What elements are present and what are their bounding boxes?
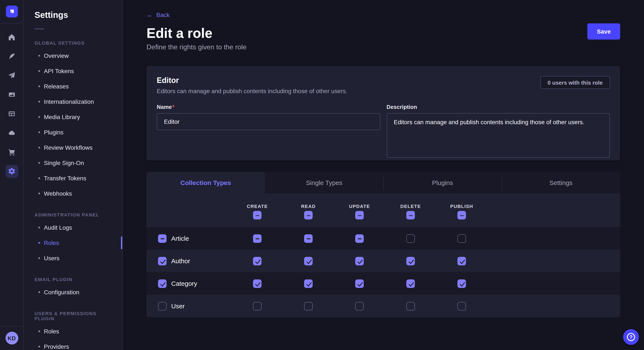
checkbox-article-delete[interactable]: [406, 234, 415, 243]
sidebar-item-label: Providers: [44, 343, 69, 350]
role-name-heading: Editor: [157, 76, 347, 85]
sidebar-item-single-sign-on[interactable]: Single Sign-On: [24, 155, 122, 171]
help-button[interactable]: ?: [623, 329, 639, 345]
checkbox-article-read[interactable]: [304, 234, 313, 243]
checkbox-author-read[interactable]: [304, 257, 313, 265]
permissions-tabbar: Collection TypesSingle TypesPluginsSetti…: [146, 172, 620, 193]
checkbox-article-update[interactable]: [355, 234, 364, 243]
row-checkbox-author[interactable]: [158, 257, 166, 265]
sidebar-section-email-plugin: EMAIL PLUGIN: [34, 277, 112, 282]
strapi-logo-icon[interactable]: [6, 5, 18, 17]
sidebar-item-roles[interactable]: Roles: [24, 324, 122, 339]
checkbox-category-delete[interactable]: [406, 279, 415, 288]
tab-settings[interactable]: Settings: [502, 172, 620, 193]
home-icon: [8, 34, 15, 41]
settings-sidebar: Settings GLOBAL SETTINGSOverviewAPI Toke…: [24, 0, 123, 350]
checkbox-category-create[interactable]: [253, 279, 262, 288]
permission-row-user: User: [146, 295, 620, 317]
checkbox-category-publish[interactable]: [458, 279, 466, 288]
permissions-section: Collection TypesSingle TypesPluginsSetti…: [146, 172, 620, 317]
sidebar-item-internationalization[interactable]: Internationalization: [24, 94, 122, 109]
row-checkbox-article[interactable]: [158, 234, 166, 243]
active-indicator: [121, 236, 122, 249]
checkbox-user-publish[interactable]: [458, 302, 466, 310]
rail-item-layout-icon[interactable]: [0, 104, 24, 123]
rail-item-home-icon[interactable]: [0, 28, 24, 47]
bullet-icon: [38, 147, 40, 149]
checkbox-user-update[interactable]: [355, 302, 364, 310]
checkbox-user-delete[interactable]: [406, 302, 415, 310]
media-library-icon: [8, 91, 15, 98]
tab-label: Collection Types: [180, 179, 231, 186]
tab-plugins[interactable]: Plugins: [383, 172, 502, 193]
rail-item-gear-icon[interactable]: [0, 162, 24, 181]
checkbox-category-read[interactable]: [304, 279, 313, 288]
sidebar-item-label: Configuration: [44, 289, 80, 296]
sidebar-section-global-settings: GLOBAL SETTINGS: [34, 40, 112, 45]
back-label: Back: [156, 11, 170, 18]
rail-item-paper-plane-icon[interactable]: [0, 66, 24, 85]
tab-divider: [383, 176, 384, 190]
users-with-role-button[interactable]: 0 users with this role: [540, 76, 610, 89]
name-field-label: Name*: [157, 104, 380, 110]
required-asterisk: *: [172, 104, 174, 110]
checkbox-author-create[interactable]: [253, 257, 262, 265]
master-checkbox-read[interactable]: [304, 211, 313, 219]
save-button[interactable]: Save: [588, 23, 620, 39]
description-textarea[interactable]: Editors can manage and publish contents …: [386, 113, 610, 158]
column-header-publish: PUBLISH: [436, 204, 487, 209]
description-field-group: Description Editors can manage and publi…: [386, 104, 610, 160]
bullet-icon: [38, 85, 40, 87]
tab-label: Single Types: [306, 179, 342, 186]
column-header-update: UPDATE: [334, 204, 385, 209]
bullet-icon: [38, 257, 40, 259]
rail-item-cart-icon[interactable]: [0, 143, 24, 162]
tab-collection-types[interactable]: Collection Types: [146, 172, 265, 193]
master-checkbox-publish[interactable]: [458, 211, 466, 219]
back-link[interactable]: ← Back: [146, 11, 170, 18]
checkbox-category-update[interactable]: [355, 279, 364, 288]
bullet-icon: [38, 162, 40, 164]
checkbox-user-read[interactable]: [304, 302, 313, 310]
master-checkbox-create[interactable]: [253, 211, 262, 219]
sidebar-item-roles[interactable]: Roles: [24, 235, 122, 250]
checkbox-user-create[interactable]: [253, 302, 262, 310]
row-label: Category: [171, 280, 197, 287]
sidebar-item-transfer-tokens[interactable]: Transfer Tokens: [24, 171, 122, 186]
rail-item-cloud-icon[interactable]: [0, 123, 24, 143]
sidebar-item-api-tokens[interactable]: API Tokens: [24, 63, 122, 79]
checkbox-author-delete[interactable]: [406, 257, 415, 265]
rail-item-media-library-icon[interactable]: [0, 85, 24, 104]
bullet-icon: [38, 116, 40, 118]
sidebar-item-overview[interactable]: Overview: [24, 48, 122, 63]
sidebar-item-media-library[interactable]: Media Library: [24, 109, 122, 125]
sidebar-item-plugins[interactable]: Plugins: [24, 125, 122, 140]
checkbox-author-publish[interactable]: [458, 257, 466, 265]
sidebar-item-providers[interactable]: Providers: [24, 339, 122, 350]
master-checkbox-update[interactable]: [355, 211, 364, 219]
user-avatar[interactable]: KD: [5, 332, 18, 345]
sidebar-item-webhooks[interactable]: Webhooks: [24, 186, 122, 201]
tab-single-types[interactable]: Single Types: [265, 172, 383, 193]
bullet-icon: [38, 177, 40, 179]
gear-icon: [8, 168, 15, 175]
sidebar-item-releases[interactable]: Releases: [24, 79, 122, 94]
main-content: ← Back Edit a role Define the rights giv…: [123, 0, 644, 350]
role-details-card: Editor Editors can manage and publish co…: [146, 66, 620, 160]
checkbox-article-create[interactable]: [253, 234, 262, 243]
rail-divider-bottom: [0, 326, 24, 327]
sidebar-item-review-workflows[interactable]: Review Workflows: [24, 140, 122, 155]
sidebar-item-label: Media Library: [44, 114, 80, 120]
row-checkbox-category[interactable]: [158, 279, 166, 288]
sidebar-item-users[interactable]: Users: [24, 250, 122, 266]
master-checkbox-delete[interactable]: [406, 211, 415, 219]
sidebar-item-label: Roles: [44, 239, 59, 246]
sidebar-item-audit-logs[interactable]: Audit Logs: [24, 220, 122, 235]
sidebar-item-label: Audit Logs: [44, 224, 72, 231]
checkbox-article-publish[interactable]: [458, 234, 466, 243]
rail-item-feather-icon[interactable]: [0, 47, 24, 66]
name-input[interactable]: [157, 113, 380, 130]
row-checkbox-user[interactable]: [158, 302, 166, 310]
checkbox-author-update[interactable]: [355, 257, 364, 265]
sidebar-item-configuration[interactable]: Configuration: [24, 285, 122, 300]
